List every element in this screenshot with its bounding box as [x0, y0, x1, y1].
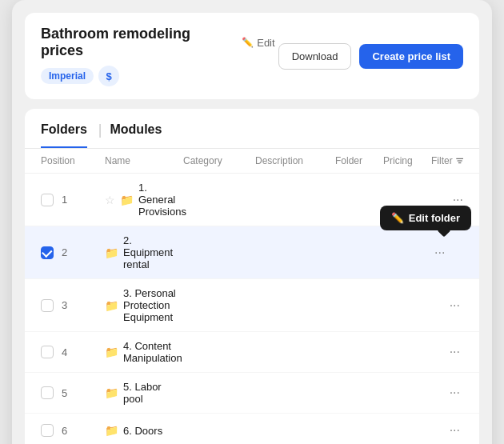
checkbox-2[interactable]	[41, 246, 54, 259]
checkbox-4[interactable]	[41, 346, 54, 358]
folder-icon-3: 📁	[105, 299, 118, 312]
imperial-badge: Imperial	[41, 68, 94, 84]
more-button-4[interactable]: ···	[431, 343, 463, 361]
row-checkbox-1: 1	[41, 194, 105, 206]
row-name-text-1: 1. General Provisions	[138, 182, 186, 218]
header-card: Bathroom remodeling prices ✏️ Edit Imper…	[25, 13, 479, 99]
more-button-3[interactable]: ···	[431, 297, 463, 314]
row-name-cell-2: 📁 2. Equipment rental	[105, 234, 183, 270]
table-row: 5 📁 5. Labor pool ···	[25, 373, 479, 414]
more-button-2[interactable]: ···	[431, 244, 448, 262]
star-icon-1[interactable]: ☆	[105, 194, 115, 206]
row-checkbox-2: 2	[41, 246, 105, 259]
folder-icon-6: 📁	[105, 424, 118, 437]
row-num-2: 2	[62, 246, 67, 258]
col-category: Category	[183, 155, 255, 166]
more-button-wrapper-2: ✏️ Edit folder ···	[431, 244, 463, 262]
edit-label: Edit	[257, 37, 274, 49]
download-button[interactable]: Download	[278, 43, 352, 70]
badges-row: Imperial $	[41, 66, 278, 86]
filter-label: Filter	[431, 155, 453, 166]
checkbox-3[interactable]	[41, 299, 54, 312]
row-name-text-5: 5. Labor pool	[123, 381, 183, 405]
table-header: Position Name Category Description Folde…	[25, 149, 479, 174]
col-filter[interactable]: Filter	[431, 155, 463, 166]
tab-modules[interactable]: Modules	[110, 122, 162, 148]
tabs-row: Folders | Modules	[25, 109, 479, 149]
checkbox-5[interactable]	[41, 386, 54, 399]
col-position: Position	[41, 155, 105, 166]
tooltip-pencil-icon: ✏️	[391, 212, 404, 224]
row-name-cell-3: 📁 3. Personal Protection Equipment	[105, 287, 183, 323]
header-left: Bathroom remodeling prices ✏️ Edit Imper…	[41, 26, 278, 86]
row-name-cell-4: 📁 4. Content Manipulation	[105, 340, 183, 364]
row-checkbox-6: 6	[41, 424, 105, 437]
create-price-list-button[interactable]: Create price list	[359, 44, 463, 69]
row-checkbox-3: 3	[41, 299, 105, 312]
col-folder: Folder	[335, 155, 383, 166]
table-row: 6 📁 6. Doors ···	[25, 414, 479, 444]
filter-icon	[456, 155, 463, 166]
tab-folders[interactable]: Folders	[41, 122, 87, 148]
checkbox-1[interactable]	[41, 194, 54, 206]
edit-folder-tooltip: ✏️ Edit folder	[380, 206, 471, 230]
table-row: 3 📁 3. Personal Protection Equipment ···	[25, 279, 479, 332]
pencil-icon: ✏️	[242, 37, 254, 48]
row-num-3: 3	[62, 299, 67, 311]
edit-button[interactable]: ✏️ Edit	[238, 35, 278, 50]
row-num-1: 1	[62, 194, 67, 206]
folder-icon-2: 📁	[105, 246, 118, 259]
row-name-text-4: 4. Content Manipulation	[123, 340, 183, 364]
row-name-text-2: 2. Equipment rental	[123, 234, 183, 270]
page-title: Bathroom remodeling prices	[41, 26, 232, 59]
row-num-5: 5	[62, 387, 67, 399]
more-button-5[interactable]: ···	[431, 384, 463, 402]
checkbox-6[interactable]	[41, 424, 54, 437]
folder-icon-1: 📁	[120, 194, 134, 206]
folder-icon-5: 📁	[105, 386, 118, 399]
header-right: Download Create price list	[278, 43, 463, 70]
dollar-badge: $	[98, 66, 119, 86]
row-name-text-6: 6. Doors	[123, 425, 162, 437]
title-row: Bathroom remodeling prices ✏️ Edit	[41, 26, 278, 59]
table-row: 4 📁 4. Content Manipulation ···	[25, 332, 479, 373]
row-checkbox-5: 5	[41, 386, 105, 399]
table-row: 2 📁 2. Equipment rental ✏️ Edit folder ·…	[25, 226, 479, 279]
row-checkbox-4: 4	[41, 346, 105, 358]
row-num-6: 6	[62, 425, 67, 437]
row-name-cell-1: ☆ 📁 1. General Provisions	[105, 182, 186, 218]
main-container: Bathroom remodeling prices ✏️ Edit Imper…	[12, 0, 492, 444]
more-button-6[interactable]: ···	[431, 422, 463, 439]
row-name-cell-5: 📁 5. Labor pool	[105, 381, 183, 405]
col-description: Description	[255, 155, 335, 166]
col-pricing: Pricing	[383, 155, 431, 166]
folder-icon-4: 📁	[105, 346, 118, 358]
row-num-4: 4	[62, 346, 67, 358]
row-name-cell-6: 📁 6. Doors	[105, 424, 183, 437]
row-name-text-3: 3. Personal Protection Equipment	[123, 287, 183, 323]
tab-divider: |	[98, 122, 102, 148]
main-card: Folders | Modules Position Name Category…	[25, 109, 479, 444]
tooltip-text: Edit folder	[409, 212, 460, 224]
col-name: Name	[105, 155, 183, 166]
table-body: 1 ☆ 📁 1. General Provisions ··· 2	[25, 174, 479, 444]
